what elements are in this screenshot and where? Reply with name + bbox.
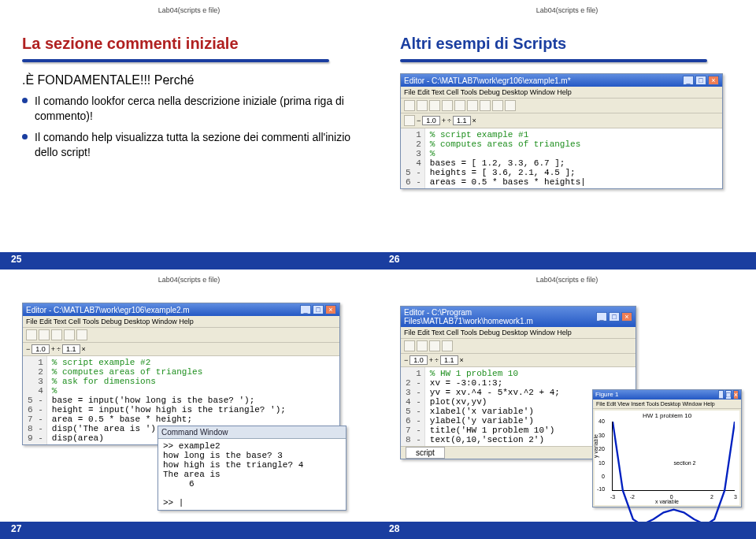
figure-titlebar[interactable]: Figure 1 _ □ × [593,390,741,400]
plot-axes: 40 30 20 10 0 -10 -3 -2 0 2 3 section 2 [612,422,735,491]
save-icon[interactable] [429,100,440,111]
command-window-title[interactable]: Command Window [158,426,346,439]
find-icon[interactable] [492,100,503,111]
slide25-title: La sezione commenti iniziale [22,35,356,53]
code-area[interactable]: 1 2 3 4 5 - 6 - % script example #1 % co… [401,128,722,188]
maximize-button[interactable]: □ [609,312,620,322]
step-field-1[interactable]: 1.0 [422,116,440,125]
plus-icon[interactable]: + [429,356,433,364]
step-field-2[interactable]: 1.1 [62,344,80,354]
minus-icon[interactable]: − [26,345,30,353]
editor-toolbar[interactable] [401,99,722,113]
editor-toolbar[interactable] [401,339,636,354]
print-icon[interactable] [480,100,491,111]
print-icon[interactable] [64,329,75,340]
close-button[interactable]: × [708,76,719,85]
divide-icon[interactable]: ÷ [57,345,61,353]
editor-titlebar[interactable]: Editor - C:\MATLAB7\work\egr106\example2… [23,303,339,316]
times-icon[interactable]: × [472,117,476,125]
paste-icon[interactable] [467,100,478,111]
ytick-neg10: -10 [597,486,605,492]
plot-title: HW 1 problem 10 [595,412,739,419]
figure-window: Figure 1 _ □ × File Edit View Insert Too… [592,389,742,507]
editor-toolbar-2[interactable]: − 1.0 + ÷ 1.1 × [23,343,339,356]
slide-28: Lab04(scripts e file) Editor - C:\Progra… [378,270,756,539]
open-file-icon[interactable] [39,329,50,340]
xtick-3: 3 [734,494,737,500]
code-lines[interactable]: % HW 1 problem 10 xv = -3:0.1:3; yv = xv… [425,367,565,446]
new-file-icon[interactable] [404,100,415,111]
code-lines[interactable]: % script example #1 % computes areas of … [425,128,591,188]
plot-series-line [613,422,735,525]
minimize-button[interactable]: _ [718,390,724,400]
open-file-icon[interactable] [417,100,428,111]
cell-icon[interactable] [404,115,415,126]
plus-icon[interactable]: + [442,117,446,125]
times-icon[interactable]: × [82,345,86,353]
ytick-40: 40 [598,418,605,424]
minimize-button[interactable]: _ [300,305,311,314]
page-footer: 28 [378,522,756,539]
editor-toolbar-2[interactable]: − 1.0 + ÷ 1.1 × [401,113,722,128]
slide25-bullets: Il comando lookfor cerca nella descrizio… [22,94,356,160]
title-underline [400,59,707,62]
cut-icon[interactable] [442,100,453,111]
divide-icon[interactable]: ÷ [435,356,439,364]
bullet-help: Il comando help visualizza tutta la sezi… [22,130,356,160]
matlab-editor-window: Editor - C:\MATLAB7\work\egr106\example2… [22,303,340,445]
line-gutter: 1 2 - 3 - 4 - 5 - 6 - 7 - 8 - [401,367,425,446]
close-button[interactable]: × [325,305,336,314]
slide-25: Lab04(scripts e file) La sezione comment… [0,0,378,270]
editor-titlebar[interactable]: Editor - C:\MATLAB7\work\egr106\example1… [401,74,722,87]
minimize-button[interactable]: _ [596,312,607,322]
page-number: 28 [389,523,399,534]
close-button[interactable]: × [621,312,632,322]
step-field-2[interactable]: 1.1 [440,355,458,365]
page-footer: 26 [378,252,756,270]
slide-27: Lab04(scripts e file) Editor - C:\MATLAB… [0,270,378,539]
bullet-lookfor: Il comando lookfor cerca nella descrizio… [22,94,356,124]
page-number: 25 [11,254,21,265]
maximize-button[interactable]: □ [695,76,706,85]
maximize-button[interactable]: □ [725,390,731,400]
save-icon[interactable] [51,329,62,340]
xtick-2: 2 [710,494,713,500]
step-field-2[interactable]: 1.1 [453,116,471,125]
run-icon[interactable] [505,100,516,111]
minimize-button[interactable]: _ [683,76,694,85]
editor-titlebar[interactable]: Editor - C:\Program Files\MATLAB71\work\… [401,307,636,327]
minus-icon[interactable]: − [417,117,421,125]
editor-menubar[interactable]: File Edit Text Cell Tools Debug Desktop … [401,327,636,339]
maximize-button[interactable]: □ [313,305,324,314]
run-icon[interactable] [442,340,453,351]
figure-menubar[interactable]: File Edit View Insert Tools Desktop Wind… [593,400,741,409]
close-button[interactable]: × [733,390,739,400]
page-number: 26 [389,254,399,265]
new-file-icon[interactable] [26,329,37,340]
divide-icon[interactable]: ÷ [447,117,451,125]
figure-plot: HW 1 problem 10 y variable x variable 40… [595,411,739,505]
new-file-icon[interactable] [404,340,415,351]
editor-toolbar[interactable] [23,328,339,343]
ytick-30: 30 [598,433,605,438]
xtick-neg2: -2 [630,494,635,500]
plus-icon[interactable]: + [51,345,55,353]
save-icon[interactable] [429,340,440,351]
title-underline [22,59,329,62]
open-file-icon[interactable] [417,340,428,351]
step-field-1[interactable]: 1.0 [32,344,50,354]
step-field-1[interactable]: 1.0 [410,355,428,365]
minus-icon[interactable]: − [404,356,408,364]
editor-menubar[interactable]: File Edit Text Cell Tools Debug Desktop … [23,316,339,328]
command-window: Command Window >> example2 how long is t… [158,426,346,511]
slide25-subtitle: .È FONDAMENTALE!!! Perché [22,73,356,87]
editor-tab[interactable]: script [406,447,445,459]
editor-toolbar-2[interactable]: − 1.0 + ÷ 1.1 × [401,354,636,367]
command-window-body[interactable]: >> example2 how long is the base? 3 how … [158,439,346,510]
editor-menubar[interactable]: File Edit Text Cell Tools Debug Desktop … [401,87,722,99]
times-icon[interactable]: × [460,356,464,364]
run-icon[interactable] [76,329,87,340]
xtick-0: 0 [670,494,673,500]
figure-title: Figure 1 [595,391,618,399]
copy-icon[interactable] [454,100,465,111]
